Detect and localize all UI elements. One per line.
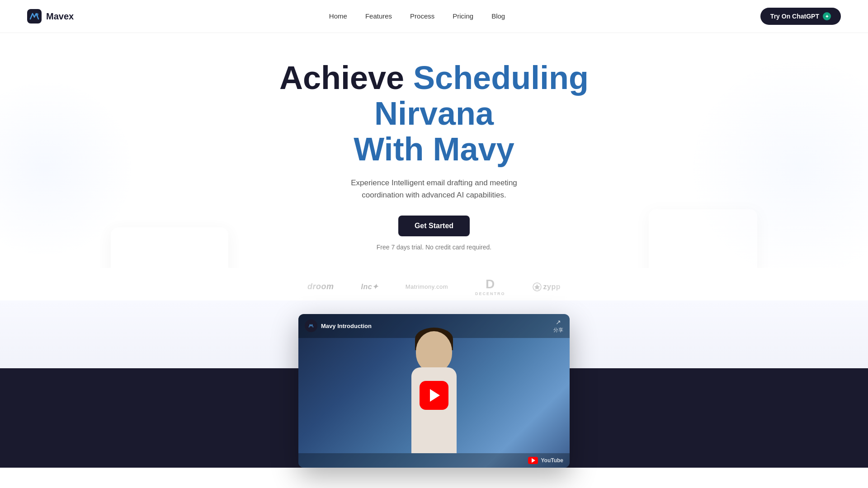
zypp-text: zypp — [543, 283, 561, 291]
page-wrapper: Mavex Home Features Process Pricing Blog… — [0, 0, 868, 488]
video-title: Mavy Introduction — [321, 323, 372, 329]
logo-text: Mavex — [46, 11, 74, 22]
logo-zypp: zypp — [533, 282, 561, 291]
logo-icon — [27, 9, 42, 23]
logos-row: droom Inc✦ Matrimony.com D DECENTRO zypp — [276, 273, 592, 300]
share-icon: ↗ — [556, 319, 561, 326]
chatgpt-icon: ✦ — [823, 12, 831, 20]
nav-pricing[interactable]: Pricing — [453, 12, 473, 20]
get-started-button[interactable]: Get Started — [398, 216, 470, 236]
play-button[interactable] — [420, 381, 448, 410]
video-inner: Mavy Introduction ↗ 分享 — [298, 314, 570, 468]
decentro-d: D — [486, 278, 495, 291]
video-avatar — [305, 319, 317, 332]
logos-section: droom Inc✦ Matrimony.com D DECENTRO zypp — [0, 269, 868, 300]
nav-process[interactable]: Process — [410, 12, 434, 20]
logo-matrimony: Matrimony.com — [406, 283, 448, 290]
nav-blog[interactable]: Blog — [491, 12, 505, 20]
nav-features[interactable]: Features — [365, 12, 392, 20]
hero-title: Achieve Scheduling Nirvana With Mavy — [231, 60, 637, 168]
hero-title-line1: Achieve — [279, 60, 413, 96]
hero-section: Achieve Scheduling Nirvana With Mavy Exp… — [0, 0, 868, 310]
ai-head — [416, 331, 452, 372]
svg-point-1 — [36, 13, 38, 16]
logo-link[interactable]: Mavex — [27, 9, 74, 23]
nav-home[interactable]: Home — [329, 12, 347, 20]
video-share: ↗ 分享 — [553, 319, 563, 333]
video-main-area — [298, 338, 570, 453]
logos-fade-container: droom Inc✦ Matrimony.com D DECENTRO zypp — [276, 273, 592, 300]
video-section: Mavy Introduction ↗ 分享 — [0, 300, 868, 468]
ai-body — [411, 367, 457, 453]
video-bottombar: YouTube — [298, 453, 570, 468]
video-wrapper: Mavy Introduction ↗ 分享 — [298, 314, 570, 468]
youtube-icon — [528, 457, 538, 464]
youtube-label: YouTube — [541, 457, 563, 464]
logo-inc: Inc✦ — [361, 282, 378, 291]
hero-title-line2: With Mavy — [354, 131, 514, 167]
yt-play-icon — [532, 458, 535, 463]
video-channel-info: Mavy Introduction — [305, 319, 372, 332]
logo-droom: droom — [307, 282, 334, 291]
nav-links: Home Features Process Pricing Blog — [329, 12, 505, 20]
navbar: Mavex Home Features Process Pricing Blog… — [0, 0, 868, 33]
play-triangle — [430, 389, 440, 402]
zypp-icon — [533, 282, 542, 291]
try-chatgpt-button[interactable]: Try On ChatGPT ✦ — [760, 8, 841, 25]
cta-label: Try On ChatGPT — [770, 13, 819, 20]
share-label: 分享 — [553, 327, 563, 333]
hero-subtitle: Experience Intelligent email drafting an… — [335, 177, 533, 201]
trial-text: Free 7 days trial. No credit card requir… — [377, 244, 491, 251]
logo-decentro: D DECENTRO — [475, 278, 505, 296]
youtube-badge: YouTube — [528, 457, 563, 464]
decentro-text: DECENTRO — [475, 291, 505, 296]
